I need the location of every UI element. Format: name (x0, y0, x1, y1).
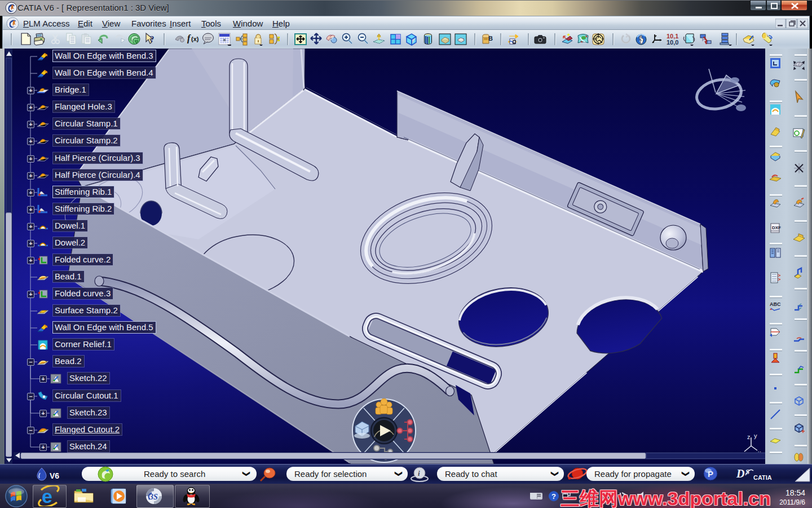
svg-text:10,0: 10,0 (667, 39, 678, 46)
svg-text:y: y (754, 432, 757, 439)
svg-text:B: B (488, 35, 493, 42)
svg-text:DXF: DXF (772, 225, 781, 230)
svg-text:V6: V6 (50, 471, 59, 480)
svg-text:P: P (708, 469, 713, 479)
svg-text:ABC: ABC (770, 301, 781, 307)
svg-text:i: i (418, 469, 420, 478)
svg-text:z: z (747, 433, 751, 440)
svg-text:CATIA: CATIA (753, 474, 772, 481)
svg-text:D: D (736, 467, 744, 480)
svg-text:?: ? (551, 492, 556, 501)
